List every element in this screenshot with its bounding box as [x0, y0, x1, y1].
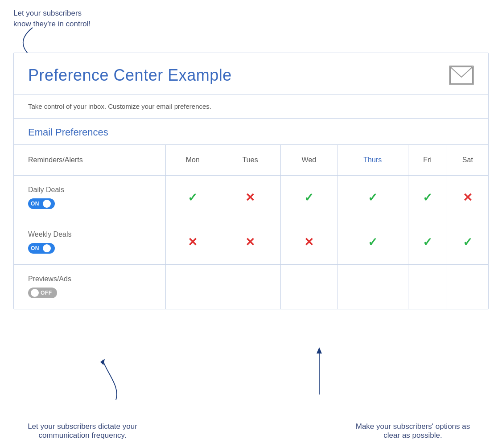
header-wed: Wed	[280, 145, 337, 175]
daily-deals-tues: ✕	[220, 175, 280, 220]
daily-deals-toggle[interactable]: ON	[28, 198, 55, 209]
previews-ads-tues	[220, 264, 280, 309]
table-row: Weekly Deals ON ✕ ✕ ✕ ✓ ✓ ✓	[14, 220, 488, 264]
weekly-deals-wed: ✕	[280, 220, 337, 264]
daily-deals-mon: ✓	[165, 175, 220, 220]
row-previews-ads-label: Previews/Ads OFF	[14, 264, 165, 309]
svg-marker-3	[317, 347, 322, 353]
header-tues: Tues	[220, 145, 280, 175]
previews-ads-wed	[280, 264, 337, 309]
weekly-deals-sat: ✓	[447, 220, 488, 264]
card-header: Preference Center Example	[14, 53, 488, 95]
preferences-table: Reminders/Alerts Mon Tues Wed Thurs Fri …	[14, 145, 488, 309]
previews-ads-mon	[165, 264, 220, 309]
arrow-bottom-left-icon	[98, 355, 134, 404]
weekly-deals-mon: ✕	[165, 220, 220, 264]
daily-deals-thurs: ✓	[337, 175, 408, 220]
annotation-bottom-left: Let your subscribers dictate your commun…	[13, 422, 152, 440]
previews-ads-toggle[interactable]: OFF	[28, 288, 57, 298]
daily-deals-fri: ✓	[408, 175, 447, 220]
main-container: Let your subscribers know they're in con…	[0, 0, 502, 448]
preferences-table-wrap: Reminders/Alerts Mon Tues Wed Thurs Fri …	[14, 145, 488, 309]
svg-marker-2	[100, 359, 105, 365]
card-subtitle: Take control of your inbox. Customize yo…	[14, 95, 488, 119]
header-reminders-alerts: Reminders/Alerts	[14, 145, 165, 175]
weekly-deals-toggle[interactable]: ON	[28, 243, 55, 254]
weekly-deals-tues: ✕	[220, 220, 280, 264]
table-row: Daily Deals ON ✓ ✕ ✓ ✓ ✓ ✕	[14, 175, 488, 220]
header-sat: Sat	[447, 145, 488, 175]
header-thurs: Thurs	[337, 145, 408, 175]
weekly-deals-thurs: ✓	[337, 220, 408, 264]
previews-ads-thurs	[337, 264, 408, 309]
row-daily-deals-label: Daily Deals ON	[14, 175, 165, 220]
table-row: Previews/Ads OFF	[14, 264, 488, 309]
annotation-bottom-right: Make your subscribers' options as clear …	[350, 422, 475, 440]
header-mon: Mon	[165, 145, 220, 175]
table-header-row: Reminders/Alerts Mon Tues Wed Thurs Fri …	[14, 145, 488, 175]
daily-deals-wed: ✓	[280, 175, 337, 220]
arrow-bottom-right-icon	[310, 345, 328, 399]
section-header-text: Email Preferences	[28, 127, 108, 138]
header-fri: Fri	[408, 145, 447, 175]
row-weekly-deals-label: Weekly Deals ON	[14, 220, 165, 264]
email-icon	[449, 66, 474, 85]
daily-deals-sat: ✕	[447, 175, 488, 220]
annotation-top-left: Let your subscribers know they're in con…	[13, 8, 91, 29]
weekly-deals-fri: ✓	[408, 220, 447, 264]
section-header: Email Preferences	[14, 119, 488, 145]
previews-ads-sat	[447, 264, 488, 309]
previews-ads-fri	[408, 264, 447, 309]
preference-center-card: Preference Center Example Take control o…	[13, 53, 489, 309]
card-title: Preference Center Example	[28, 66, 232, 85]
